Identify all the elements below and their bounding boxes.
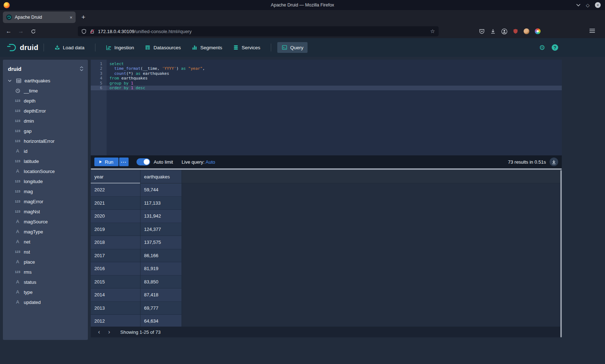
run-more-button[interactable]: ··· xyxy=(119,158,129,166)
nav-services[interactable]: Services xyxy=(229,42,265,53)
editor-line-2[interactable]: 2 time_format(__time, 'YYYY') as "year", xyxy=(91,66,562,71)
live-query-value[interactable]: Auto xyxy=(206,159,215,165)
sidebar-column-place[interactable]: Aplace xyxy=(3,257,88,267)
cell-earthquakes[interactable]: 64,634 xyxy=(140,315,182,327)
previous-page-button[interactable]: ‹ xyxy=(94,328,104,336)
column-header-earthquakes[interactable]: earthquakes xyxy=(140,170,182,183)
nav-datasources[interactable]: Datasources xyxy=(140,42,185,53)
cell-earthquakes[interactable]: 83,850 xyxy=(140,276,182,289)
live-query-label: Live query: xyxy=(182,159,205,165)
cell-earthquakes[interactable]: 137,575 xyxy=(140,236,182,249)
sidebar-column-updated[interactable]: Aupdated xyxy=(3,297,88,307)
sidebar-column-type[interactable]: Atype xyxy=(3,287,88,297)
sidebar-column-magError[interactable]: 123magError xyxy=(3,196,88,206)
cell-year[interactable]: 2018 xyxy=(91,236,140,249)
table-icon xyxy=(15,78,22,83)
cell-earthquakes[interactable]: 117,133 xyxy=(140,197,182,210)
sidebar-column-id[interactable]: Aid xyxy=(3,146,88,156)
insecure-connection-lock-icon[interactable] xyxy=(90,29,95,34)
forward-button[interactable]: → xyxy=(15,24,27,38)
cell-year[interactable]: 2012 xyxy=(91,315,140,327)
next-page-button[interactable]: › xyxy=(104,328,114,336)
new-tab-button[interactable]: + xyxy=(81,13,85,21)
editor-line-1[interactable]: 1select xyxy=(91,62,562,66)
reload-button[interactable] xyxy=(27,24,39,38)
string-column-icon: A xyxy=(14,169,21,174)
sidebar-column-__time[interactable]: __time xyxy=(3,86,88,96)
sidebar-column-locationSource[interactable]: AlocationSource xyxy=(3,166,88,176)
sort-columns-icon[interactable] xyxy=(80,66,84,71)
sidebar-column-magSource[interactable]: AmagSource xyxy=(3,217,88,227)
bookmark-star-icon[interactable]: ☆ xyxy=(430,28,435,35)
results-vertical-scrollbar[interactable] xyxy=(560,170,562,337)
cell-year[interactable]: 2022 xyxy=(91,183,140,197)
sidebar-column-rms[interactable]: 123rms xyxy=(3,267,88,277)
cell-year[interactable]: 2015 xyxy=(91,276,140,289)
live-query-control[interactable]: Live query: Auto xyxy=(182,159,215,165)
cell-year[interactable]: 2019 xyxy=(91,223,140,236)
help-icon[interactable]: ? xyxy=(552,44,558,51)
editor-line-3[interactable]: 3 count(*) as earthquakes xyxy=(91,71,562,76)
sidebar-column-depth[interactable]: 123depth xyxy=(3,96,88,106)
sidebar-column-horizontalError[interactable]: 123horizontalError xyxy=(3,136,88,146)
cell-earthquakes[interactable]: 69,777 xyxy=(140,302,182,315)
cell-year[interactable]: 2021 xyxy=(91,197,140,210)
tab-close-icon[interactable]: × xyxy=(70,15,72,20)
sidebar-column-status[interactable]: Astatus xyxy=(3,277,88,287)
pocket-icon[interactable] xyxy=(479,28,485,34)
nav-ingestion[interactable]: Ingestion xyxy=(102,42,139,53)
browser-tab[interactable]: Apache Druid × xyxy=(3,12,76,23)
nav-load-data[interactable]: Load data xyxy=(50,42,89,53)
cell-year[interactable]: 2016 xyxy=(91,262,140,276)
account-icon[interactable] xyxy=(501,28,507,35)
nav-segments[interactable]: Segments xyxy=(187,42,227,53)
sidebar-column-longitude[interactable]: 123longitude xyxy=(3,176,88,186)
cell-year[interactable]: 2017 xyxy=(91,249,140,263)
menu-button[interactable] xyxy=(590,28,595,33)
window-close-button[interactable]: × xyxy=(595,2,601,8)
cell-earthquakes[interactable]: 131,942 xyxy=(140,210,182,223)
column-header-year[interactable]: year xyxy=(91,170,140,183)
sidebar-column-nst[interactable]: 123nst xyxy=(3,247,88,257)
window-minimize-button[interactable] xyxy=(576,4,581,6)
window-maximize-button[interactable]: ◇ xyxy=(586,3,590,8)
number-column-icon: 123 xyxy=(14,190,21,193)
back-button[interactable]: ← xyxy=(3,24,14,38)
schema-title: druid xyxy=(8,66,22,72)
scrollbar-thumb[interactable] xyxy=(91,168,562,170)
cell-earthquakes[interactable]: 86,166 xyxy=(140,249,182,263)
editor-line-5[interactable]: 5group by 1 xyxy=(91,81,562,86)
sidebar-column-magNst[interactable]: 123magNst xyxy=(3,206,88,217)
cell-earthquakes[interactable]: 59,744 xyxy=(140,183,182,197)
string-column-icon: A xyxy=(14,300,21,305)
address-bar[interactable]: 172.18.0.4:30109/unified-console.html#qu… xyxy=(78,26,439,36)
extension-pinwheel-icon[interactable] xyxy=(535,28,541,34)
sidebar-column-net[interactable]: Anet xyxy=(3,237,88,247)
druid-logo[interactable]: druid xyxy=(6,43,39,52)
ublock-origin-icon[interactable] xyxy=(513,28,518,34)
downloads-icon[interactable] xyxy=(490,28,496,34)
sidebar-datasource-earthquakes[interactable]: earthquakes xyxy=(3,76,88,86)
editor-line-4[interactable]: 4from earthquakes xyxy=(91,76,562,81)
sidebar-column-magType[interactable]: AmagType xyxy=(3,227,88,237)
sql-editor[interactable]: 1select2 time_format(__time, 'YYYY') as … xyxy=(91,60,562,155)
editor-line-6[interactable]: 6order by 1 desc xyxy=(91,86,562,90)
sidebar-column-latitude[interactable]: 123latitude xyxy=(3,156,88,166)
cell-year[interactable]: 2013 xyxy=(91,302,140,315)
sidebar-column-gap[interactable]: 123gap xyxy=(3,126,88,136)
run-button[interactable]: Run xyxy=(94,158,118,166)
settings-gear-icon[interactable]: ⚙ xyxy=(539,44,545,51)
auto-limit-toggle[interactable] xyxy=(136,158,150,165)
cell-year[interactable]: 2020 xyxy=(91,210,140,223)
cell-year[interactable]: 2014 xyxy=(91,288,140,302)
sidebar-column-depthError[interactable]: 123depthError xyxy=(3,106,88,116)
extension-avatar-icon[interactable] xyxy=(524,28,529,34)
cell-earthquakes[interactable]: 124,377 xyxy=(140,223,182,236)
sidebar-column-mag[interactable]: 123mag xyxy=(3,186,88,196)
cell-earthquakes[interactable]: 87,418 xyxy=(140,288,182,302)
cell-earthquakes[interactable]: 81,919 xyxy=(140,262,182,276)
download-results-button[interactable] xyxy=(550,158,558,166)
nav-query[interactable]: Query xyxy=(277,42,308,53)
sidebar-column-dmin[interactable]: 123dmin xyxy=(3,116,88,126)
tracking-protection-shield-icon[interactable] xyxy=(81,29,86,34)
